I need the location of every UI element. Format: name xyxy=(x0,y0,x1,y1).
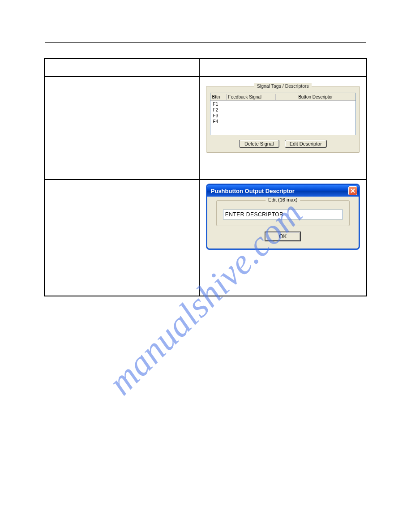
list-item[interactable]: F3 xyxy=(210,113,355,119)
signal-listview[interactable]: Bttn Feedback Signal Button Descriptor F… xyxy=(210,93,356,135)
dialog-titlebar[interactable]: Pushbutton Output Descriptor xyxy=(207,185,359,197)
pushbutton-output-dialog: Pushbutton Output Descriptor Edit (16 ma… xyxy=(207,184,359,249)
divider-top xyxy=(45,42,366,43)
list-item[interactable]: F1 xyxy=(210,101,355,107)
dialog-title: Pushbutton Output Descriptor xyxy=(211,188,295,194)
listview-body: F1 F2 F3 F4 xyxy=(210,101,355,125)
groupbox-buttons: Delete Signal Edit Descriptor xyxy=(210,140,356,148)
table-cell: Pushbutton Output Descriptor Edit (16 ma… xyxy=(199,180,367,296)
dialog-body: Edit (16 max) OK xyxy=(207,197,359,241)
listview-header: Bttn Feedback Signal Button Descriptor xyxy=(210,93,355,101)
table-row: Signal Tags / Descriptors Bttn Feedback … xyxy=(44,77,367,180)
table-row: Pushbutton Output Descriptor Edit (16 ma… xyxy=(44,180,367,296)
delete-signal-button[interactable]: Delete Signal xyxy=(239,140,279,148)
edit-group-title: Edit (16 max) xyxy=(265,197,300,202)
content-table: Signal Tags / Descriptors Bttn Feedback … xyxy=(44,58,367,296)
divider-bottom xyxy=(45,504,366,504)
table-cell: Signal Tags / Descriptors Bttn Feedback … xyxy=(199,77,367,180)
column-button-descriptor[interactable]: Button Descriptor xyxy=(276,94,355,100)
page: Signal Tags / Descriptors Bttn Feedback … xyxy=(0,0,411,532)
edit-groupbox: Edit (16 max) xyxy=(216,200,350,226)
column-bttn[interactable]: Bttn xyxy=(210,94,227,100)
ok-button[interactable]: OK xyxy=(265,232,301,241)
table-cell xyxy=(44,77,199,180)
dialog-footer: OK xyxy=(216,232,350,241)
table-cell xyxy=(199,59,367,77)
table-cell xyxy=(44,59,199,77)
edit-descriptor-button[interactable]: Edit Descriptor xyxy=(285,140,327,148)
groupbox-title: Signal Tags / Descriptors xyxy=(254,83,312,89)
list-item[interactable]: F2 xyxy=(210,107,355,113)
table-cell xyxy=(44,180,199,296)
descriptor-input[interactable] xyxy=(223,210,343,219)
close-icon[interactable] xyxy=(348,186,357,195)
list-item[interactable]: F4 xyxy=(210,119,355,124)
table-row xyxy=(44,59,367,77)
column-feedback-signal[interactable]: Feedback Signal xyxy=(227,94,276,100)
signal-tags-groupbox: Signal Tags / Descriptors Bttn Feedback … xyxy=(206,86,360,153)
